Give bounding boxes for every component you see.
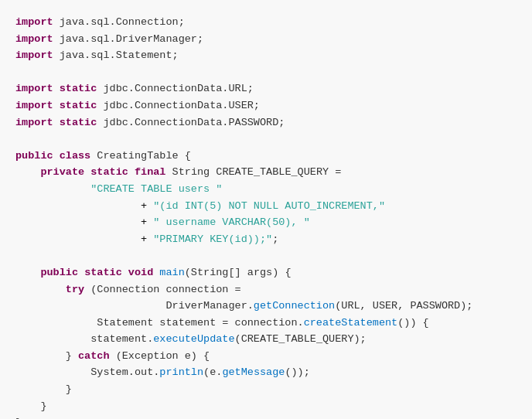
line-17: try (Connection connection =	[15, 281, 517, 298]
line-18: DriverManager.getConnection(URL, USER, P…	[15, 298, 517, 315]
line-14: + "PRIMARY KEY(id));";	[15, 231, 517, 248]
line-2: import java.sql.DriverManager;	[15, 31, 517, 48]
line-9: public class CreatingTable {	[15, 148, 517, 165]
line-12: + "(id INT(5) NOT NULL AUTO_INCREMENT,"	[15, 198, 517, 215]
line-1: import java.sql.Connection;	[15, 14, 517, 31]
line-6: import static jdbc.ConnectionData.USER;	[15, 97, 517, 114]
line-11: "CREATE TABLE users "	[15, 181, 517, 198]
line-3: import java.sql.Statement;	[15, 47, 517, 64]
line-10: private static final String CREATE_TABLE…	[15, 164, 517, 181]
line-15	[15, 247, 517, 264]
code-editor: import java.sql.Connection; import java.…	[0, 0, 532, 419]
line-8	[15, 131, 517, 148]
line-13: + " username VARCHAR(50), "	[15, 214, 517, 231]
line-22: System.out.println(e.getMessage());	[15, 364, 517, 381]
line-25: }	[15, 414, 517, 419]
line-21: } catch (Exception e) {	[15, 348, 517, 365]
line-20: statement.executeUpdate(CREATE_TABLE_QUE…	[15, 331, 517, 348]
line-5: import static jdbc.ConnectionData.URL;	[15, 80, 517, 97]
line-24: }	[15, 398, 517, 415]
line-4	[15, 64, 517, 81]
line-16: public static void main(String[] args) {	[15, 264, 517, 281]
line-7: import static jdbc.ConnectionData.PASSWO…	[15, 114, 517, 131]
line-23: }	[15, 381, 517, 398]
line-19: Statement statement = connection.createS…	[15, 315, 517, 332]
